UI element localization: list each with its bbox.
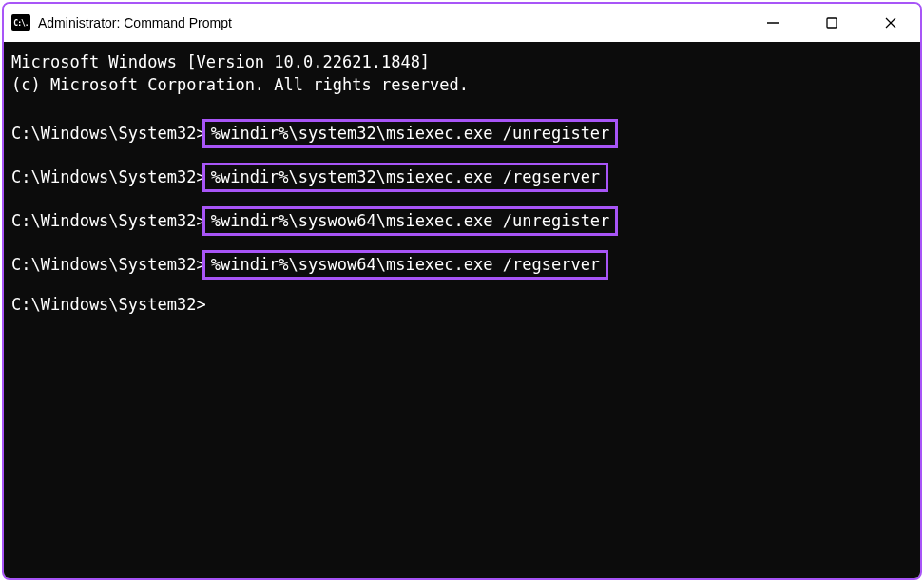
highlighted-command-3: %windir%\syswow64\msiexec.exe /unregiste… bbox=[202, 206, 619, 236]
empty-prompt[interactable]: C:\Windows\System32> bbox=[11, 294, 913, 317]
prompt: C:\Windows\System32> bbox=[11, 123, 206, 146]
command-prompt-window: C:\. Administrator: Command Prompt bbox=[2, 2, 922, 580]
highlighted-command-1: %windir%\system32\msiexec.exe /unregiste… bbox=[202, 119, 619, 148]
prompt: C:\Windows\System32> bbox=[11, 166, 206, 189]
highlighted-command-4: %windir%\syswow64\msiexec.exe /regserver bbox=[202, 250, 608, 280]
maximize-icon bbox=[825, 16, 838, 29]
close-icon bbox=[884, 16, 897, 29]
window-controls bbox=[743, 4, 920, 42]
highlighted-command-2: %windir%\system32\msiexec.exe /regserver bbox=[202, 163, 608, 192]
terminal-area[interactable]: Microsoft Windows [Version 10.0.22621.18… bbox=[4, 42, 920, 578]
close-button[interactable] bbox=[861, 4, 920, 42]
command-row-4: C:\Windows\System32>%windir%\syswow64\ms… bbox=[11, 250, 913, 281]
command-row-2: C:\Windows\System32>%windir%\system32\ms… bbox=[11, 163, 913, 193]
window-title: Administrator: Command Prompt bbox=[38, 15, 232, 30]
command-row-1: C:\Windows\System32>%windir%\system32\ms… bbox=[11, 119, 913, 149]
minimize-icon bbox=[766, 16, 780, 29]
minimize-button[interactable] bbox=[743, 4, 802, 42]
command-row-3: C:\Windows\System32>%windir%\syswow64\ms… bbox=[11, 206, 913, 237]
prompt: C:\Windows\System32> bbox=[11, 254, 206, 277]
app-icon: C:\. bbox=[11, 14, 30, 31]
blank-line bbox=[11, 97, 913, 119]
svg-rect-1 bbox=[827, 18, 837, 28]
copyright-line: (c) Microsoft Corporation. All rights re… bbox=[11, 74, 913, 97]
prompt: C:\Windows\System32> bbox=[11, 210, 206, 233]
maximize-button[interactable] bbox=[802, 4, 861, 42]
titlebar[interactable]: C:\. Administrator: Command Prompt bbox=[4, 4, 920, 42]
version-line: Microsoft Windows [Version 10.0.22621.18… bbox=[11, 51, 913, 74]
